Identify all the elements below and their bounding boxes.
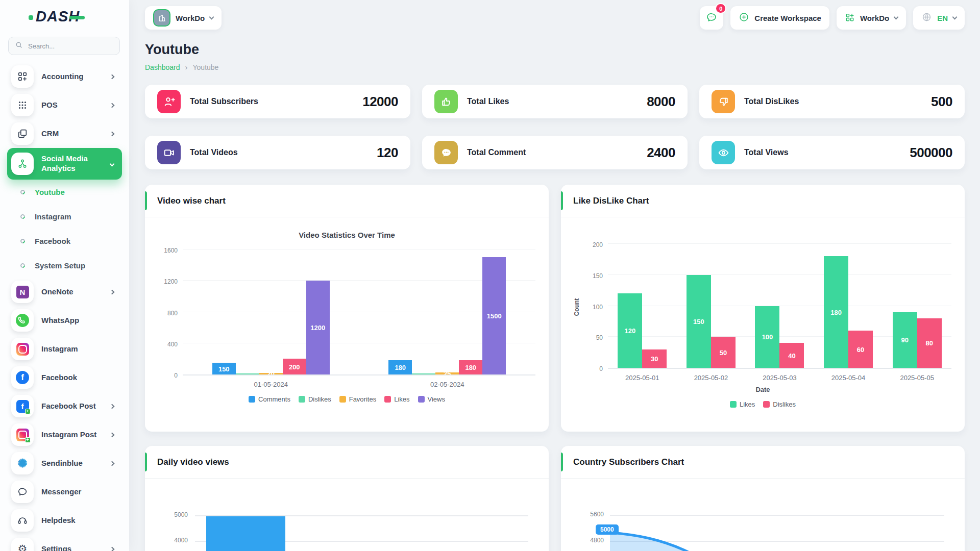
bar-value-label: 90	[901, 336, 908, 344]
bullet-icon	[19, 262, 26, 269]
legend-views[interactable]: Views	[418, 395, 445, 403]
sidebar-item-onenote[interactable]: NOneNote	[7, 278, 122, 306]
bar-group: 15050	[687, 275, 736, 368]
stat-label: Total Views	[744, 148, 900, 157]
bar-value-label: 30	[651, 355, 658, 362]
sidebar-item-crm[interactable]: CRM	[7, 119, 122, 148]
messages-button[interactable]: 0	[700, 6, 723, 30]
create-workspace-button[interactable]: Create Workspace	[730, 6, 829, 30]
x-axis: 01-05-202402-05-2024	[183, 381, 535, 388]
workdo-dropdown[interactable]: WorkDo	[837, 6, 906, 30]
sidebar-item-label: CRM	[41, 129, 103, 139]
y-tick-label: 0	[174, 372, 178, 379]
legend-label: Likes	[740, 400, 755, 408]
accounting-icon	[11, 65, 34, 88]
language-dropdown[interactable]: EN	[913, 6, 965, 30]
y-tick-label: 400	[167, 341, 178, 348]
card-header: Video wise chart	[145, 185, 549, 217]
bullet-icon	[19, 213, 26, 220]
messenger-icon	[11, 481, 34, 503]
sidebar-item-label: Instagram Post	[41, 430, 103, 440]
bar-value-label: 150	[693, 317, 704, 325]
y-tick-label: 1200	[164, 278, 178, 285]
charts-row: Video wise chart Video Statistics Over T…	[145, 185, 965, 432]
sidebar-subitem-facebook[interactable]: Facebook	[7, 229, 122, 253]
y-axis: 040080012001600	[158, 251, 183, 375]
sidebar-item-sendinblue[interactable]: ✺Sendinblue	[7, 449, 122, 478]
breadcrumb-dashboard-link[interactable]: Dashboard	[145, 63, 180, 71]
bar-group: 9080	[893, 312, 942, 368]
sidebar-search[interactable]	[8, 37, 120, 55]
eye-icon	[712, 141, 735, 164]
legend-likes[interactable]: Likes	[384, 395, 409, 403]
logo-dash-icon	[69, 16, 85, 19]
user-plus-icon	[157, 90, 181, 113]
workspace-chip-label: WorkDo	[176, 14, 205, 22]
whatsapp-icon	[11, 309, 34, 332]
sidebar-item-label: Facebook	[41, 373, 116, 383]
sidebar-subitem-youtube[interactable]: Youtube	[7, 180, 122, 204]
stat-card-total-dislikes: Total DisLikes500	[699, 85, 965, 118]
sidebar-item-helpdesk[interactable]: Helpdesk	[7, 506, 122, 535]
legend-dislikes[interactable]: Dislikes	[763, 400, 796, 408]
create-workspace-label: Create Workspace	[754, 14, 821, 22]
sidebar-item-label: Instagram	[41, 344, 116, 354]
legend-likes[interactable]: Likes	[730, 400, 755, 408]
sidebar-item-whatsapp[interactable]: WhatsApp	[7, 306, 122, 335]
search-input[interactable]	[27, 42, 113, 51]
legend-favorites[interactable]: Favorites	[339, 395, 376, 403]
sidebar-item-label: Sendinblue	[41, 459, 103, 468]
x-tick-label: 2025-05-03	[755, 374, 804, 382]
main-content: WorkDo 0 Create Workspace WorkDo EN	[129, 0, 980, 551]
sidebar-item-pos[interactable]: POS	[7, 91, 122, 119]
bar-views: 1500	[482, 257, 506, 374]
bar-value-label: 180	[830, 308, 842, 316]
plus-circle-icon	[739, 12, 749, 24]
bar-likes: 100	[755, 306, 779, 368]
sidebar-subitem-system-setup[interactable]: System Setup	[7, 253, 122, 278]
legend-dislikes[interactable]: Dislikes	[299, 395, 331, 403]
sidebar-item-instagram-post[interactable]: +Instagram Post	[7, 420, 122, 449]
card-title: Country Subscribers Chart	[573, 457, 684, 467]
sidebar-item-messenger[interactable]: Messenger	[7, 478, 122, 506]
chevron-right-icon	[110, 103, 115, 108]
sidebar-item-accounting[interactable]: Accounting	[7, 62, 122, 91]
daily-video-views-card: Daily video views 50004000	[145, 446, 549, 551]
sidebar-item-facebook[interactable]: fFacebook	[7, 363, 122, 392]
bar-value-label: 180	[465, 364, 476, 371]
bar-value-label: 80	[925, 339, 933, 347]
sidebar-subitem-instagram[interactable]: Instagram	[7, 204, 122, 229]
sidebar-item-social-media-analytics[interactable]: Social Media Analytics	[7, 148, 122, 180]
stat-card-total-likes: Total Likes8000	[422, 85, 688, 118]
x-tick-label: 2025-05-04	[824, 374, 873, 382]
legend-swatch	[730, 401, 737, 408]
stat-label: Total DisLikes	[744, 97, 922, 106]
legend-label: Dislikes	[308, 395, 331, 403]
legend-swatch	[339, 396, 346, 403]
bar-dislikes: 30	[642, 349, 667, 368]
bar-value-label: 40	[788, 352, 795, 359]
building-icon	[153, 9, 170, 27]
facebook-icon: f	[11, 366, 34, 389]
legend-swatch	[418, 396, 425, 403]
bar-value-label: 60	[857, 345, 864, 353]
sidebar-item-facebook-post[interactable]: f+Facebook Post	[7, 392, 122, 420]
sidebar-item-settings[interactable]: ⚙Settings	[7, 535, 122, 551]
sidebar: DASH AccountingPOSCRMSocial Media Analyt…	[0, 0, 129, 551]
bar-dislikes	[412, 373, 435, 374]
social-icon	[11, 153, 34, 175]
sidebar-item-instagram[interactable]: Instagram	[7, 335, 122, 363]
stat-label: Total Comment	[467, 148, 638, 157]
sidebar-item-label: OneNote	[41, 287, 103, 297]
sidebar-nav: AccountingPOSCRMSocial Media AnalyticsYo…	[0, 60, 129, 551]
legend-comments[interactable]: Comments	[249, 395, 290, 403]
comment-icon	[434, 141, 458, 164]
bullet-icon	[19, 189, 26, 195]
legend-label: Comments	[258, 395, 290, 403]
page-title: Youtube	[145, 42, 965, 58]
stat-label: Total Likes	[467, 97, 638, 106]
chevron-down-icon	[110, 161, 115, 166]
y-axis: 050100150200	[583, 245, 608, 369]
workspace-chip[interactable]: WorkDo	[145, 6, 222, 30]
chevron-down-icon	[894, 15, 899, 20]
